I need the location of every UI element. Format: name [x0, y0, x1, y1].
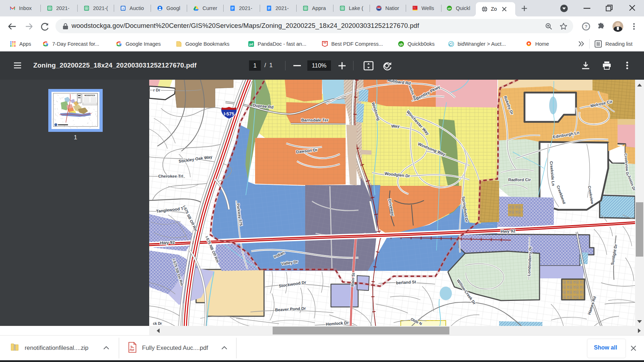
svg-text:r Dr: r Dr	[153, 88, 160, 92]
svg-text:Hwy 92: Hwy 92	[501, 228, 516, 234]
svg-text:Hwy 92: Hwy 92	[160, 240, 175, 246]
svg-text:WOODSTOCK: WOODSTOCK	[84, 95, 96, 96]
svg-text:NW: NW	[377, 8, 380, 9]
svg-text:Barnsdale Ter: Barnsdale Ter	[301, 118, 328, 122]
svg-text:I-575: I-575	[224, 111, 234, 116]
svg-text:ck Dr: ck Dr	[153, 322, 162, 326]
svg-text:Cherokee Trl: Cherokee Trl	[158, 174, 183, 178]
svg-text:Radford Cir: Radford Cir	[508, 178, 531, 182]
svg-text:PDF: PDF	[130, 349, 135, 351]
svg-text:Way: Way	[391, 124, 400, 128]
svg-text:qb: qb	[399, 42, 403, 46]
svg-text:pd: pd	[249, 42, 253, 46]
svg-text:?: ?	[585, 24, 587, 29]
svg-text:1: 1	[122, 7, 124, 10]
svg-text:qb: qb	[448, 7, 451, 10]
